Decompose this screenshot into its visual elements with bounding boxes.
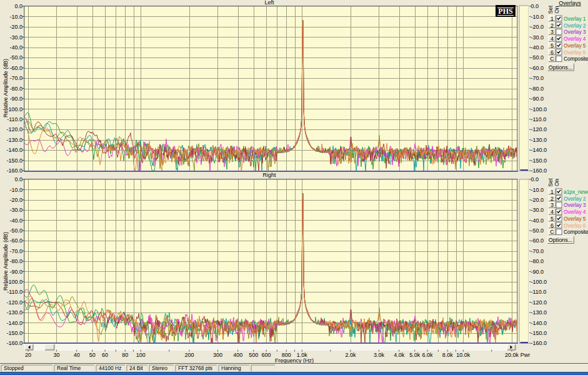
svg-text:-20.0: -20.0 [9, 24, 22, 30]
svg-text:-40.0: -40.0 [531, 218, 544, 224]
svg-text:3: 3 [551, 202, 554, 208]
svg-text:5: 5 [551, 216, 554, 222]
svg-text:50: 50 [89, 352, 96, 358]
svg-text:0.0: 0.0 [14, 176, 22, 182]
svg-text:Stereo: Stereo [152, 365, 167, 371]
svg-text:Composite: Composite [564, 56, 588, 62]
svg-text:-60.0: -60.0 [9, 65, 22, 71]
svg-text:-60.0: -60.0 [531, 238, 544, 244]
svg-text:-30.0: -30.0 [531, 207, 544, 213]
svg-text:-30.0: -30.0 [531, 34, 544, 41]
svg-text:200: 200 [184, 352, 194, 358]
svg-text:500: 500 [249, 352, 258, 358]
svg-text:-150.0: -150.0 [6, 158, 22, 164]
svg-text:On: On [554, 6, 560, 13]
svg-text:-160.0: -160.0 [6, 340, 22, 346]
svg-text:Relative Amplitude (dB): Relative Amplitude (dB) [2, 59, 9, 118]
svg-text:Overlay 2: Overlay 2 [564, 196, 586, 202]
svg-text:-10.0: -10.0 [531, 14, 544, 20]
svg-text:8.0k: 8.0k [442, 352, 454, 358]
svg-text:Real Time: Real Time [57, 365, 81, 371]
svg-text:4: 4 [551, 36, 554, 42]
svg-text:40: 40 [74, 352, 80, 358]
svg-text:-10.0: -10.0 [9, 14, 22, 20]
svg-text:-120.0: -120.0 [531, 299, 547, 306]
svg-text:Overlay 5: Overlay 5 [564, 42, 586, 49]
svg-text:80: 80 [122, 352, 128, 358]
svg-text:-140.0: -140.0 [6, 147, 22, 153]
svg-text:5.0k: 5.0k [409, 352, 421, 358]
svg-text:-70.0: -70.0 [9, 75, 22, 81]
svg-text:-150.0: -150.0 [531, 158, 547, 164]
svg-text:-60.0: -60.0 [531, 65, 544, 71]
svg-text:Overlays: Overlays [559, 0, 581, 6]
svg-text:2.0k: 2.0k [345, 352, 356, 358]
svg-text:-80.0: -80.0 [9, 86, 22, 92]
svg-text:Overlay 2: Overlay 2 [564, 22, 586, 29]
svg-text:30: 30 [53, 352, 59, 358]
svg-text:-40.0: -40.0 [9, 44, 22, 51]
svg-text:-120.0: -120.0 [6, 299, 22, 306]
svg-text:Overlay 1: Overlay 1 [564, 16, 586, 22]
svg-text:-90.0: -90.0 [531, 96, 544, 102]
svg-text:300: 300 [213, 352, 222, 358]
svg-text:Overlay 6: Overlay 6 [564, 222, 586, 229]
svg-text:PHS: PHS [498, 7, 513, 16]
svg-text:10.0k: 10.0k [456, 352, 471, 358]
svg-text:-110.0: -110.0 [7, 289, 22, 295]
svg-text:-80.0: -80.0 [531, 86, 544, 92]
svg-text:24 Bit: 24 Bit [129, 365, 143, 371]
svg-text:-140.0: -140.0 [531, 320, 547, 326]
svg-text:Overlay 6: Overlay 6 [564, 49, 586, 56]
svg-text:-160.0: -160.0 [531, 168, 547, 174]
svg-text:Left: Left [264, 0, 274, 6]
svg-text:-40.0: -40.0 [9, 218, 22, 224]
svg-text:400: 400 [233, 352, 242, 358]
svg-text:-150.0: -150.0 [531, 330, 547, 336]
svg-text:a1px_newc: a1px_newc [564, 189, 588, 195]
svg-text:4.0k: 4.0k [394, 352, 405, 358]
svg-text:-90.0: -90.0 [9, 96, 22, 102]
svg-text:Hanning: Hanning [221, 365, 241, 371]
svg-text:-90.0: -90.0 [531, 269, 544, 275]
svg-text:-40.0: -40.0 [531, 44, 544, 51]
svg-text:-90.0: -90.0 [9, 269, 22, 275]
svg-text:-30.0: -30.0 [9, 34, 22, 41]
svg-text:0.0: 0.0 [531, 3, 539, 9]
svg-text:-10.0: -10.0 [9, 187, 22, 193]
svg-text:-130.0: -130.0 [6, 137, 22, 143]
svg-text:-20.0: -20.0 [531, 24, 544, 30]
svg-text:-70.0: -70.0 [9, 248, 22, 254]
svg-text:-140.0: -140.0 [6, 320, 22, 326]
svg-text:-110.0: -110.0 [531, 289, 547, 295]
svg-text:600: 600 [262, 352, 271, 358]
svg-text:-100.0: -100.0 [6, 106, 22, 112]
svg-text:-50.0: -50.0 [9, 54, 22, 61]
svg-text:-120.0: -120.0 [6, 126, 22, 132]
svg-text:C: C [550, 56, 554, 62]
svg-text:Stopped: Stopped [4, 365, 24, 371]
svg-text:Set: Set [547, 5, 554, 14]
svg-text:6.0k: 6.0k [422, 352, 434, 358]
svg-text:-50.0: -50.0 [9, 228, 22, 234]
svg-text:Overlay 4: Overlay 4 [564, 209, 586, 215]
svg-text:5: 5 [551, 42, 554, 49]
svg-text:-130.0: -130.0 [6, 309, 22, 316]
svg-text:2: 2 [551, 196, 554, 202]
svg-text:-70.0: -70.0 [531, 75, 544, 81]
svg-text:1: 1 [551, 16, 554, 22]
svg-text:-30.0: -30.0 [9, 207, 22, 213]
svg-text:-130.0: -130.0 [531, 137, 547, 143]
svg-text:Right: Right [262, 172, 276, 178]
svg-text:Options...: Options... [549, 64, 573, 71]
svg-text:On: On [554, 179, 560, 186]
svg-text:6: 6 [551, 49, 554, 56]
svg-text:Relative Amplitude (dB): Relative Amplitude (dB) [2, 232, 9, 291]
svg-text:-20.0: -20.0 [531, 197, 544, 203]
svg-text:Composite: Composite [564, 229, 588, 235]
svg-text:-140.0: -140.0 [531, 147, 547, 153]
svg-text:Pwr: Pwr [521, 352, 531, 358]
svg-text:-120.0: -120.0 [531, 126, 547, 132]
svg-text:-80.0: -80.0 [531, 258, 544, 264]
svg-text:-150.0: -150.0 [6, 330, 22, 336]
